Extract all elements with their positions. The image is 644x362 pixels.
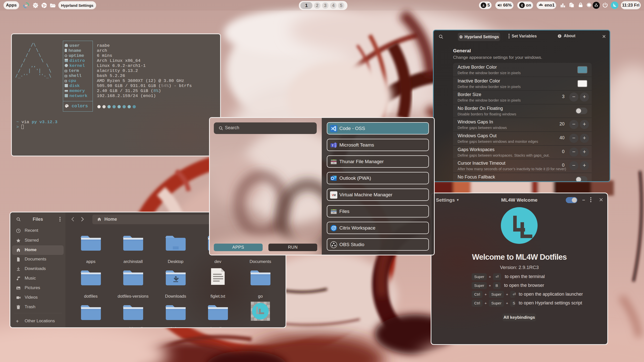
svg-text:AI: AI <box>25 4 27 7</box>
svg-text:V: V <box>332 194 334 197</box>
svg-text:T: T <box>332 144 334 147</box>
svg-text:M: M <box>334 194 336 197</box>
